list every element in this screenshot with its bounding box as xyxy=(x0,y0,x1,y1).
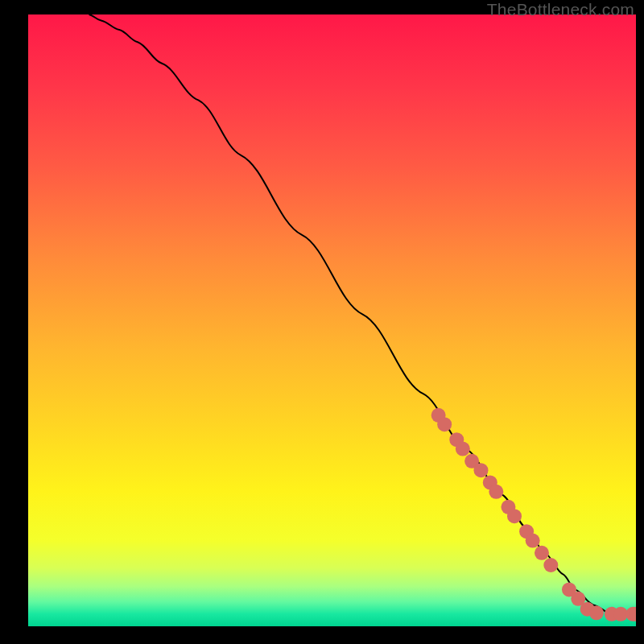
data-point xyxy=(507,509,522,523)
data-point xyxy=(589,605,604,620)
data-point xyxy=(456,442,470,456)
data-point xyxy=(473,463,488,477)
watermark-text: TheBottleneck.com xyxy=(487,0,634,19)
chart-frame: TheBottleneck.com xyxy=(0,0,644,644)
data-point xyxy=(437,417,452,431)
data-point xyxy=(526,534,540,548)
chart-svg xyxy=(28,14,636,626)
plot-area xyxy=(28,14,636,626)
data-point xyxy=(543,558,558,572)
gradient-background xyxy=(28,14,636,626)
data-point xyxy=(489,485,503,499)
data-point xyxy=(535,546,549,560)
